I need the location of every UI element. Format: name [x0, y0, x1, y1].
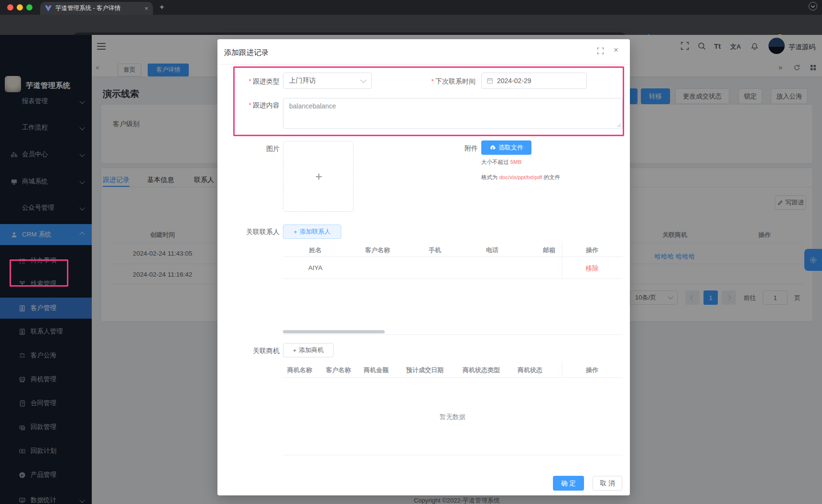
- add-business-button[interactable]: +添加商机: [283, 343, 334, 357]
- related-business-label: 关联商机: [227, 347, 280, 355]
- table-divider: [283, 455, 623, 455]
- biz-header-amount: 商机金额: [364, 366, 389, 375]
- cancel-button[interactable]: 取 消: [593, 476, 622, 491]
- biz-header-deal-date: 预计成交日期: [406, 366, 443, 375]
- biz-header-operation: 操作: [586, 366, 598, 375]
- plus-icon: +: [293, 228, 297, 236]
- screen: 芋道管理系统 - 客户详情 × + ← → 127.0.0.1/crm/cust…: [0, 0, 822, 504]
- followup-type-label: *跟进类型: [227, 77, 280, 86]
- business-table: 商机名称 客户名称 商机金额 预计成交日期 商机状态类型 商机状态 操作 暂无数…: [283, 361, 623, 455]
- add-followup-modal: 添加跟进记录 × *跟进类型 上门拜访 *下次联系时间 2024-02-29 *…: [217, 39, 630, 495]
- confirm-button[interactable]: 确 定: [553, 476, 584, 491]
- followup-type-select[interactable]: 上门拜访: [283, 73, 372, 89]
- upload-cloud-icon: [489, 144, 496, 151]
- contacts-header-mobile: 手机: [429, 246, 441, 255]
- modal-header-divider: [217, 64, 630, 64]
- browser-tab-strip: 芋道管理系统 - 客户详情 × +: [0, 0, 822, 15]
- calendar-icon: [487, 77, 493, 84]
- table-divider: [283, 334, 623, 335]
- contacts-table: 姓名 客户名称 手机 电话 邮箱 操作 AIYA 移除: [283, 241, 623, 335]
- window-close-button[interactable]: [7, 4, 13, 11]
- pick-file-button[interactable]: 选取文件: [481, 140, 531, 155]
- next-contact-time-label: *下次联系时间: [418, 77, 476, 86]
- table-divider: [283, 279, 623, 279]
- contact-name-cell: AIYA: [308, 264, 323, 271]
- format-hint: 格式为 doc/xls/ppt/txt/pdf 的文件: [481, 174, 560, 181]
- window-chevron-icon[interactable]: [809, 2, 817, 11]
- chevron-down-icon: [360, 77, 367, 83]
- resize-grip-icon[interactable]: [617, 123, 621, 128]
- new-tab-button[interactable]: +: [160, 3, 164, 11]
- add-contact-button[interactable]: +添加联系人: [283, 225, 341, 239]
- fixed-column-divider: [562, 361, 562, 377]
- table-divider: [283, 257, 623, 257]
- followup-content-textarea[interactable]: balancebalance: [283, 98, 623, 129]
- image-label: 图片: [227, 145, 280, 153]
- contacts-header-customer: 客户名称: [365, 246, 390, 255]
- window-zoom-button[interactable]: [26, 4, 32, 11]
- modal-fullscreen-icon[interactable]: [597, 47, 604, 54]
- plus-icon: +: [283, 169, 354, 184]
- image-upload-box[interactable]: +: [283, 141, 354, 212]
- biz-header-status: 商机状态: [518, 366, 542, 375]
- size-hint: 大小不超过 5MB: [481, 159, 521, 166]
- biz-header-status-type: 商机状态类型: [463, 366, 500, 375]
- browser-toolbar: ← → 127.0.0.1/crm/customer/detail/16 6: [0, 15, 822, 35]
- contacts-header-phone: 电话: [486, 246, 498, 255]
- tab-close-icon[interactable]: ×: [144, 5, 148, 12]
- related-contacts-label: 关联联系人: [227, 228, 280, 236]
- contacts-header-email: 邮箱: [543, 246, 555, 255]
- biz-header-customer: 客户名称: [326, 366, 351, 375]
- remove-contact-link[interactable]: 移除: [586, 264, 599, 273]
- attachment-label: 附件: [440, 144, 478, 153]
- empty-data-text: 暂无数据: [440, 413, 465, 421]
- contacts-header-name: 姓名: [309, 246, 322, 255]
- contacts-header-operation: 操作: [586, 246, 598, 255]
- biz-header-name: 商机名称: [287, 366, 312, 375]
- modal-close-icon[interactable]: ×: [614, 45, 618, 55]
- window-minimize-button[interactable]: [17, 4, 23, 11]
- table-divider: [283, 377, 623, 378]
- vue-logo-icon: [45, 5, 52, 11]
- horizontal-scrollbar[interactable]: [283, 330, 385, 333]
- browser-tab[interactable]: 芋道管理系统 - 客户详情 ×: [40, 2, 153, 15]
- fixed-column-divider: [562, 241, 562, 279]
- followup-content-label: *跟进内容: [227, 101, 280, 110]
- next-contact-time-input[interactable]: 2024-02-29: [481, 73, 587, 89]
- plus-icon: +: [293, 347, 297, 354]
- modal-title: 添加跟进记录: [224, 48, 269, 58]
- tab-title: 芋道管理系统 - 客户详情: [55, 4, 141, 12]
